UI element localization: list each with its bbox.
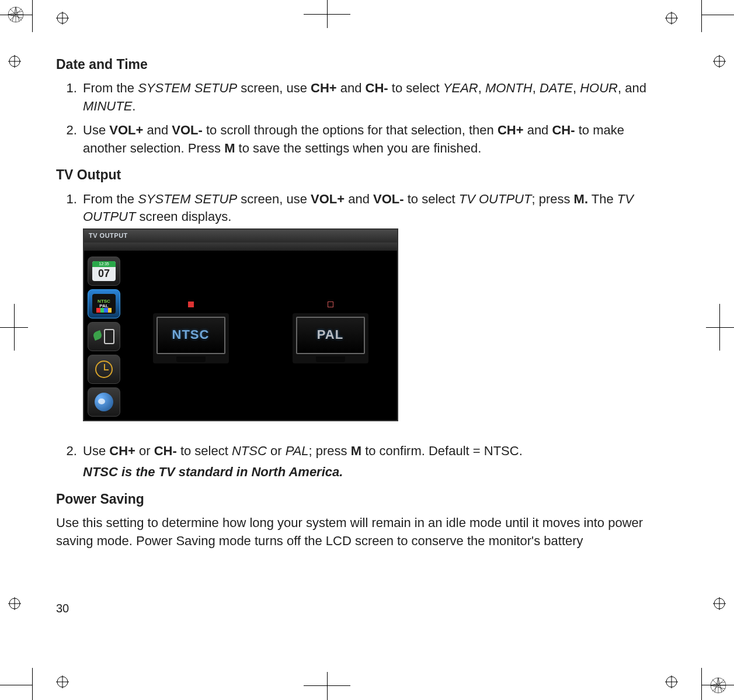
heading-tv-output: TV Output [56, 165, 652, 184]
sidebar-item-tv-output[interactable]: NTSC PAL [88, 289, 120, 318]
figure-main-area: NTSC PAL [124, 251, 397, 420]
tv-output-steps: From the SYSTEM SETUP screen, use VOL+ a… [56, 190, 652, 482]
registration-mark-icon [665, 12, 678, 25]
figure-titlebar: TV OUTPUT [84, 230, 397, 242]
tv-icon: NTSC [153, 313, 229, 363]
date-time-step-1: From the SYSTEM SETUP screen, use CH+ an… [81, 79, 652, 116]
sidebar-item-power-saving[interactable] [88, 322, 120, 351]
starburst-mark-icon [709, 677, 727, 694]
registration-mark-icon [56, 675, 69, 688]
power-saving-icon [93, 328, 114, 345]
figure-tv-output-screen: TV OUTPUT 12:35 07 NTSC [83, 228, 398, 421]
selected-indicator-icon [188, 302, 194, 307]
figure-sidebar: 12:35 07 NTSC PAL [84, 251, 124, 420]
ntsc-pal-icon: NTSC PAL [92, 294, 116, 314]
tv-icon: PAL [293, 313, 368, 363]
sidebar-item-date-time[interactable]: 12:35 07 [88, 257, 120, 286]
unselected-indicator-icon [328, 302, 333, 307]
sidebar-item-schedule[interactable] [88, 355, 120, 384]
power-saving-paragraph: Use this setting to determine how long y… [56, 514, 652, 550]
tv-output-step-2: Use CH+ or CH- to select NTSC or PAL; pr… [81, 442, 652, 482]
page-content: Date and Time From the SYSTEM SETUP scre… [56, 51, 652, 555]
figure-substripe [84, 242, 397, 251]
calendar-icon: 12:35 07 [92, 261, 116, 281]
registration-mark-icon [56, 12, 69, 25]
option-pal[interactable]: PAL [293, 302, 368, 363]
ntsc-note: NTSC is the TV standard in North America… [83, 463, 652, 481]
clock-icon [95, 361, 113, 378]
option-ntsc[interactable]: NTSC [153, 302, 229, 363]
sidebar-item-language[interactable] [88, 387, 120, 417]
registration-mark-icon [713, 597, 726, 610]
page-number: 30 [56, 602, 69, 615]
tv-output-step-1: From the SYSTEM SETUP screen, use VOL+ a… [81, 190, 652, 421]
registration-mark-icon [8, 597, 21, 610]
date-time-steps: From the SYSTEM SETUP screen, use CH+ an… [56, 79, 652, 157]
heading-date-and-time: Date and Time [56, 55, 652, 74]
starburst-mark-icon [7, 6, 25, 23]
globe-icon [95, 393, 113, 411]
registration-mark-icon [8, 55, 21, 68]
registration-mark-icon [665, 675, 678, 688]
date-time-step-2: Use VOL+ and VOL- to scroll through the … [81, 122, 652, 158]
registration-mark-icon [713, 55, 726, 68]
heading-power-saving: Power Saving [56, 490, 652, 508]
